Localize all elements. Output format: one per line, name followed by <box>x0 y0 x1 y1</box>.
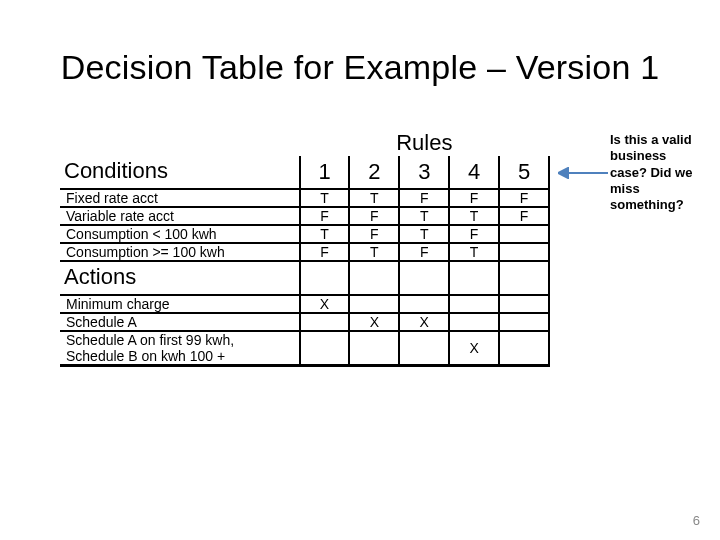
condition-value <box>499 225 549 243</box>
condition-label: Consumption < 100 kwh <box>60 225 300 243</box>
condition-value: T <box>300 225 350 243</box>
arrow-left-icon <box>558 167 608 179</box>
condition-value <box>499 243 549 261</box>
condition-value: F <box>349 225 399 243</box>
rule-col-3: 3 <box>399 156 449 189</box>
condition-value: T <box>449 207 499 225</box>
annotation-text: Is this a valid business case? Did we mi… <box>610 132 705 213</box>
condition-value: F <box>349 207 399 225</box>
action-value <box>499 295 549 313</box>
condition-value: F <box>499 189 549 207</box>
action-value <box>349 295 399 313</box>
condition-label: Consumption >= 100 kwh <box>60 243 300 261</box>
action-label: Minimum charge <box>60 295 300 313</box>
condition-value: F <box>399 189 449 207</box>
condition-value: T <box>399 225 449 243</box>
condition-value: T <box>399 207 449 225</box>
action-value <box>499 313 549 331</box>
action-value: X <box>399 313 449 331</box>
action-value <box>399 331 449 366</box>
action-value <box>349 331 399 366</box>
svg-marker-1 <box>558 168 568 178</box>
rule-col-4: 4 <box>449 156 499 189</box>
action-value <box>499 331 549 366</box>
action-value <box>449 313 499 331</box>
rule-col-2: 2 <box>349 156 399 189</box>
action-value: X <box>449 331 499 366</box>
slide: Decision Table for Example – Version 1 R… <box>0 0 720 540</box>
rules-header: Rules <box>300 130 549 156</box>
action-value <box>300 331 350 366</box>
condition-value: T <box>349 243 399 261</box>
condition-label: Variable rate acct <box>60 207 300 225</box>
condition-value: F <box>399 243 449 261</box>
action-value <box>399 295 449 313</box>
action-value: X <box>300 295 350 313</box>
condition-value: F <box>300 243 350 261</box>
decision-table: Rules Conditions 1 2 3 4 5 Fixed rate ac… <box>60 130 550 367</box>
actions-header: Actions <box>60 261 300 295</box>
action-value <box>300 313 350 331</box>
condition-value: F <box>449 225 499 243</box>
condition-value: T <box>449 243 499 261</box>
conditions-header: Conditions <box>60 156 300 189</box>
action-value <box>449 295 499 313</box>
condition-value: F <box>499 207 549 225</box>
rule-col-1: 1 <box>300 156 350 189</box>
action-label: Schedule A on first 99 kwh, Schedule B o… <box>60 331 300 366</box>
action-label: Schedule A <box>60 313 300 331</box>
condition-label: Fixed rate acct <box>60 189 300 207</box>
action-value: X <box>349 313 399 331</box>
condition-value: F <box>449 189 499 207</box>
condition-value: T <box>349 189 399 207</box>
page-number: 6 <box>693 513 700 528</box>
rule-col-5: 5 <box>499 156 549 189</box>
condition-value: T <box>300 189 350 207</box>
condition-value: F <box>300 207 350 225</box>
page-title: Decision Table for Example – Version 1 <box>0 48 720 87</box>
